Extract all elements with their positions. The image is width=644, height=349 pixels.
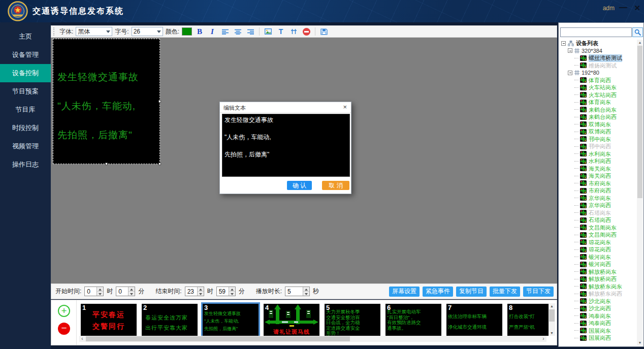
device-label[interactable]: 琼花岗西 <box>589 246 611 253</box>
tree-device[interactable]: 体育岗东 <box>560 99 637 106</box>
user-name[interactable]: adm <box>603 5 615 12</box>
align-left-button[interactable] <box>220 26 230 37</box>
color-swatch[interactable] <box>182 27 192 36</box>
scroll-right-icon[interactable]: › <box>540 336 546 342</box>
font-select[interactable]: 黑体 <box>76 27 112 36</box>
device-label[interactable]: 解放桥岗东 <box>589 268 617 276</box>
align-right-button[interactable] <box>245 26 255 37</box>
device-label[interactable]: 鸿泰岗东 <box>589 312 611 320</box>
tree-device[interactable]: 银河岗西 <box>560 261 637 268</box>
remove-program-button[interactable]: − <box>58 323 70 335</box>
search-button[interactable] <box>632 27 643 37</box>
scroll-left-icon[interactable]: ‹ <box>79 336 85 342</box>
tree-device[interactable]: 市府岗西 <box>560 187 637 195</box>
tree-device[interactable]: 水利岗西 <box>560 157 637 165</box>
tree-device[interactable]: 京华岗西 <box>560 202 637 209</box>
led-preview[interactable]: 发生轻微交通事故"人未伤，车能动,先拍照，后撤离" <box>53 39 160 164</box>
resize-handle-corner[interactable] <box>158 163 161 165</box>
scrollbar-thumb[interactable] <box>549 309 555 322</box>
device-search-input[interactable] <box>560 27 632 37</box>
device-label[interactable]: 双博岗东 <box>589 121 611 129</box>
duration-stepper[interactable]: 5 <box>285 287 310 296</box>
italic-button[interactable]: I <box>207 26 217 37</box>
device-label[interactable]: 文昌阁岗东 <box>589 224 617 232</box>
device-label[interactable]: 国展岗东 <box>589 327 611 335</box>
screen-settings-button[interactable]: 屏幕设置 <box>389 287 420 297</box>
start-hour-value[interactable]: 0 <box>85 287 96 296</box>
end-hour-value[interactable]: 23 <box>185 287 197 296</box>
device-label[interactable]: 琼花岗东 <box>589 239 611 246</box>
tree-device[interactable]: 琼花岗东 <box>560 239 637 246</box>
tree-device[interactable]: 琼花岗西 <box>560 246 637 253</box>
device-label[interactable]: 解放桥东岗东 <box>589 283 622 291</box>
sidebar-item-home[interactable]: 主页 <box>0 27 51 46</box>
sidebar-item-device-mgmt[interactable]: 设备管理 <box>0 46 51 64</box>
tree-device[interactable]: 维扬岗测试 <box>560 62 637 70</box>
tree-device[interactable]: 解放桥岗西 <box>560 275 637 283</box>
device-label[interactable]: 解放桥东岗西 <box>589 290 622 298</box>
sidebar-item-program-plan[interactable]: 节目预案 <box>0 82 51 101</box>
sidebar-item-device-ctrl[interactable]: 设备控制 <box>0 64 51 82</box>
playlist-item-8[interactable]: 8打击改装“灯严查严惩“机 <box>507 304 549 336</box>
tree-device[interactable]: 解放桥东岗东 <box>560 283 637 291</box>
spin-up-icon[interactable] <box>97 287 103 292</box>
device-label[interactable]: 水利岗东 <box>589 150 611 158</box>
font-size-select[interactable]: 26 <box>132 27 163 36</box>
tree-device[interactable]: 文昌阁岗西 <box>560 231 637 239</box>
tree-device[interactable]: 海关岗西 <box>560 172 637 180</box>
tree-device[interactable]: 火车站岗东 <box>560 84 637 91</box>
duration-value[interactable]: 5 <box>285 287 303 296</box>
tree-device[interactable]: 双博岗西 <box>560 128 637 136</box>
tree-device[interactable]: 火车站岗西 <box>560 91 637 99</box>
device-label[interactable]: 海关岗西 <box>589 172 611 180</box>
device-label[interactable]: 螺丝湾桥测试 <box>589 54 622 62</box>
device-label[interactable]: 鸿泰岗西 <box>589 320 611 327</box>
device-label[interactable]: 水利岗西 <box>589 157 611 165</box>
tree-device[interactable]: 国展岗西 <box>560 334 637 342</box>
device-label[interactable]: 市府岗西 <box>589 187 611 195</box>
confirm-button[interactable]: 确 认 <box>287 181 312 190</box>
sidebar-item-program-lib[interactable]: 节目库 <box>0 101 51 119</box>
tree-device[interactable]: 文昌阁岗东 <box>560 224 637 232</box>
tree-group[interactable]: 320*384 <box>560 47 637 55</box>
add-program-button[interactable]: + <box>58 305 70 317</box>
tree-device[interactable]: 石塔岗东 <box>560 209 637 217</box>
tree-device[interactable]: 京华岗东 <box>560 195 637 202</box>
tree-device[interactable]: 螺丝湾桥测试 <box>560 54 637 62</box>
device-label[interactable]: 邗中岗西 <box>589 143 611 150</box>
spin-up-icon[interactable] <box>229 287 235 292</box>
dialog-titlebar[interactable]: 编辑文本 × <box>220 102 351 113</box>
copy-program-button[interactable]: 复制节目 <box>456 287 487 297</box>
playlist-item-3[interactable]: 3发生轻微交通事故"人未伤，车能动,先拍照，后撤离" <box>203 304 259 336</box>
device-label[interactable]: 海关岗东 <box>589 165 611 173</box>
bold-button[interactable]: B <box>195 26 205 37</box>
spin-up-icon[interactable] <box>303 287 309 292</box>
tree-group[interactable]: 192*80 <box>560 69 637 77</box>
tree-device[interactable]: 海关岗东 <box>560 165 637 173</box>
collapse-icon[interactable] <box>568 48 572 53</box>
insert-text-button[interactable]: T <box>276 26 286 37</box>
collapse-icon[interactable] <box>561 41 566 46</box>
device-label[interactable]: 维扬岗测试 <box>589 62 617 70</box>
device-label[interactable]: 双博岗西 <box>589 128 611 136</box>
device-label[interactable]: 来鹤台岗西 <box>589 113 617 121</box>
sidebar-item-video-mgmt[interactable]: 视频管理 <box>0 137 51 155</box>
emergency-event-button[interactable]: 紧急事件 <box>423 287 453 297</box>
playlist-horizontal-scrollbar[interactable]: ‹ › <box>79 336 546 342</box>
insert-image-button[interactable] <box>263 26 273 37</box>
scroll-up-icon[interactable]: ▲ <box>549 303 555 309</box>
device-label[interactable]: 火车站岗西 <box>589 91 617 99</box>
sidebar-item-schedule-ctrl[interactable]: 时段控制 <box>0 119 51 137</box>
end-minute-stepper[interactable]: 59 <box>216 287 236 296</box>
device-label[interactable]: 来鹤台岗东 <box>589 106 617 114</box>
device-label[interactable]: 解放桥岗西 <box>589 275 617 283</box>
playlist-vertical-scrollbar[interactable]: ▲ ▼ <box>549 303 555 336</box>
spin-down-icon[interactable] <box>128 292 135 296</box>
spin-up-icon[interactable] <box>198 287 204 292</box>
toolbar-grip-handle[interactable] <box>53 27 56 36</box>
end-hour-stepper[interactable]: 23 <box>185 287 204 296</box>
playlist-item-6[interactable]: 6扎实开展电动车“百日整治”，有效预防道路交通事故。 <box>385 304 441 336</box>
device-label[interactable]: 银河岗西 <box>589 261 611 268</box>
collapse-icon[interactable] <box>568 71 572 75</box>
dialog-text-input[interactable] <box>222 114 350 177</box>
